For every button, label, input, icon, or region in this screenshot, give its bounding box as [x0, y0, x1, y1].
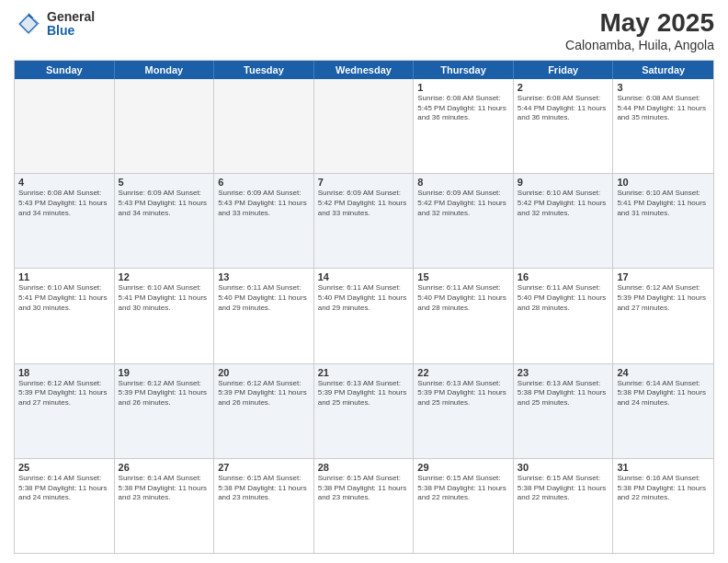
calendar-row-1: 4Sunrise: 6:08 AM Sunset: 5:43 PM Daylig…: [15, 174, 713, 269]
cell-info: Sunrise: 6:14 AM Sunset: 5:38 PM Dayligh…: [18, 474, 110, 503]
calendar-cell: 27Sunrise: 6:15 AM Sunset: 5:38 PM Dayli…: [214, 459, 314, 553]
day-number: 27: [218, 462, 310, 473]
cell-info: Sunrise: 6:08 AM Sunset: 5:45 PM Dayligh…: [417, 94, 509, 123]
day-number: 20: [218, 367, 310, 378]
cell-info: Sunrise: 6:10 AM Sunset: 5:41 PM Dayligh…: [119, 283, 210, 313]
day-number: 26: [119, 462, 210, 473]
calendar-cell: 7Sunrise: 6:09 AM Sunset: 5:42 PM Daylig…: [314, 174, 415, 268]
header: General Blue May 2025 Calonamba, Huila, …: [14, 9, 714, 52]
logo-general-text: General: [47, 10, 95, 24]
cell-info: Sunrise: 6:11 AM Sunset: 5:40 PM Dayligh…: [318, 283, 410, 313]
calendar-cell: 28Sunrise: 6:15 AM Sunset: 5:38 PM Dayli…: [314, 459, 415, 553]
calendar-title: May 2025: [565, 9, 714, 38]
calendar-cell: 6Sunrise: 6:09 AM Sunset: 5:43 PM Daylig…: [214, 174, 314, 268]
calendar-cell: 9Sunrise: 6:10 AM Sunset: 5:42 PM Daylig…: [514, 174, 614, 268]
logo-blue-text: Blue: [47, 24, 95, 38]
day-number: 15: [417, 271, 509, 282]
calendar-cell: 15Sunrise: 6:11 AM Sunset: 5:40 PM Dayli…: [414, 269, 514, 362]
calendar-cell: 24Sunrise: 6:14 AM Sunset: 5:38 PM Dayli…: [613, 364, 713, 458]
day-number: 8: [417, 177, 509, 188]
cell-info: Sunrise: 6:08 AM Sunset: 5:44 PM Dayligh…: [617, 94, 710, 123]
calendar-cell: 20Sunrise: 6:12 AM Sunset: 5:39 PM Dayli…: [214, 364, 314, 458]
day-number: 2: [518, 82, 609, 93]
cell-info: Sunrise: 6:11 AM Sunset: 5:40 PM Dayligh…: [518, 283, 609, 313]
day-number: 7: [318, 177, 410, 188]
calendar-cell: 5Sunrise: 6:09 AM Sunset: 5:43 PM Daylig…: [115, 174, 215, 268]
day-number: 11: [18, 271, 110, 282]
cell-info: Sunrise: 6:10 AM Sunset: 5:41 PM Dayligh…: [18, 283, 110, 313]
cell-info: Sunrise: 6:13 AM Sunset: 5:38 PM Dayligh…: [518, 379, 609, 408]
cell-info: Sunrise: 6:14 AM Sunset: 5:38 PM Dayligh…: [617, 379, 710, 408]
calendar-cell: 23Sunrise: 6:13 AM Sunset: 5:38 PM Dayli…: [514, 364, 614, 458]
calendar-cell: [214, 79, 314, 173]
calendar-cell: [15, 79, 115, 173]
cell-info: Sunrise: 6:11 AM Sunset: 5:40 PM Dayligh…: [218, 283, 310, 313]
cell-info: Sunrise: 6:13 AM Sunset: 5:39 PM Dayligh…: [417, 379, 509, 408]
day-number: 21: [318, 367, 410, 378]
calendar-cell: 16Sunrise: 6:11 AM Sunset: 5:40 PM Dayli…: [514, 269, 614, 362]
day-number: 3: [617, 82, 710, 93]
cell-info: Sunrise: 6:08 AM Sunset: 5:44 PM Dayligh…: [518, 94, 609, 123]
cell-info: Sunrise: 6:15 AM Sunset: 5:38 PM Dayligh…: [417, 474, 509, 503]
cell-info: Sunrise: 6:10 AM Sunset: 5:42 PM Dayligh…: [518, 189, 609, 218]
calendar-cell: 18Sunrise: 6:12 AM Sunset: 5:39 PM Dayli…: [15, 364, 115, 458]
calendar-cell: [314, 79, 415, 173]
day-number: 18: [18, 367, 110, 378]
calendar-cell: 4Sunrise: 6:08 AM Sunset: 5:43 PM Daylig…: [15, 174, 115, 268]
cell-info: Sunrise: 6:15 AM Sunset: 5:38 PM Dayligh…: [218, 474, 310, 503]
header-tuesday: Tuesday: [214, 61, 314, 79]
cell-info: Sunrise: 6:09 AM Sunset: 5:42 PM Dayligh…: [417, 189, 509, 218]
calendar-cell: 17Sunrise: 6:12 AM Sunset: 5:39 PM Dayli…: [613, 269, 713, 362]
day-number: 13: [218, 271, 310, 282]
cell-info: Sunrise: 6:15 AM Sunset: 5:38 PM Dayligh…: [518, 474, 609, 503]
day-number: 28: [318, 462, 410, 473]
header-thursday: Thursday: [414, 61, 514, 79]
day-number: 12: [119, 271, 210, 282]
calendar-cell: 1Sunrise: 6:08 AM Sunset: 5:45 PM Daylig…: [414, 79, 514, 173]
header-saturday: Saturday: [613, 61, 713, 79]
cell-info: Sunrise: 6:14 AM Sunset: 5:38 PM Dayligh…: [119, 474, 210, 503]
day-number: 17: [617, 271, 710, 282]
calendar-cell: 21Sunrise: 6:13 AM Sunset: 5:39 PM Dayli…: [314, 364, 415, 458]
calendar-body: 1Sunrise: 6:08 AM Sunset: 5:45 PM Daylig…: [15, 79, 713, 553]
header-monday: Monday: [115, 61, 215, 79]
calendar-cell: 3Sunrise: 6:08 AM Sunset: 5:44 PM Daylig…: [613, 79, 713, 173]
logo-icon: [14, 9, 43, 39]
day-number: 19: [119, 367, 210, 378]
day-number: 24: [617, 367, 710, 378]
calendar-cell: 2Sunrise: 6:08 AM Sunset: 5:44 PM Daylig…: [514, 79, 614, 173]
cell-info: Sunrise: 6:09 AM Sunset: 5:43 PM Dayligh…: [119, 189, 210, 218]
calendar-cell: 10Sunrise: 6:10 AM Sunset: 5:41 PM Dayli…: [613, 174, 713, 268]
calendar: Sunday Monday Tuesday Wednesday Thursday…: [14, 60, 714, 554]
calendar-cell: 11Sunrise: 6:10 AM Sunset: 5:41 PM Dayli…: [15, 269, 115, 362]
cell-info: Sunrise: 6:09 AM Sunset: 5:43 PM Dayligh…: [218, 189, 310, 218]
day-number: 1: [417, 82, 509, 93]
header-friday: Friday: [514, 61, 614, 79]
calendar-cell: 12Sunrise: 6:10 AM Sunset: 5:41 PM Dayli…: [115, 269, 215, 362]
day-number: 5: [119, 177, 210, 188]
day-number: 9: [518, 177, 609, 188]
cell-info: Sunrise: 6:12 AM Sunset: 5:39 PM Dayligh…: [218, 379, 310, 408]
day-number: 23: [518, 367, 609, 378]
cell-info: Sunrise: 6:09 AM Sunset: 5:42 PM Dayligh…: [318, 189, 410, 218]
cell-info: Sunrise: 6:15 AM Sunset: 5:38 PM Dayligh…: [318, 474, 410, 503]
calendar-header: Sunday Monday Tuesday Wednesday Thursday…: [15, 61, 713, 79]
logo-text: General Blue: [47, 10, 95, 39]
calendar-subtitle: Calonamba, Huila, Angola: [565, 38, 714, 52]
cell-info: Sunrise: 6:16 AM Sunset: 5:38 PM Dayligh…: [617, 474, 710, 503]
calendar-row-0: 1Sunrise: 6:08 AM Sunset: 5:45 PM Daylig…: [15, 79, 713, 174]
calendar-cell: 29Sunrise: 6:15 AM Sunset: 5:38 PM Dayli…: [414, 459, 514, 553]
day-number: 14: [318, 271, 410, 282]
cell-info: Sunrise: 6:08 AM Sunset: 5:43 PM Dayligh…: [18, 189, 110, 218]
day-number: 30: [518, 462, 609, 473]
calendar-cell: 31Sunrise: 6:16 AM Sunset: 5:38 PM Dayli…: [613, 459, 713, 553]
calendar-cell: 22Sunrise: 6:13 AM Sunset: 5:39 PM Dayli…: [414, 364, 514, 458]
calendar-cell: 14Sunrise: 6:11 AM Sunset: 5:40 PM Dayli…: [314, 269, 415, 362]
day-number: 29: [417, 462, 509, 473]
cell-info: Sunrise: 6:12 AM Sunset: 5:39 PM Dayligh…: [119, 379, 210, 408]
header-wednesday: Wednesday: [314, 61, 415, 79]
day-number: 25: [18, 462, 110, 473]
day-number: 16: [518, 271, 609, 282]
title-block: May 2025 Calonamba, Huila, Angola: [565, 9, 714, 52]
calendar-cell: 13Sunrise: 6:11 AM Sunset: 5:40 PM Dayli…: [214, 269, 314, 362]
